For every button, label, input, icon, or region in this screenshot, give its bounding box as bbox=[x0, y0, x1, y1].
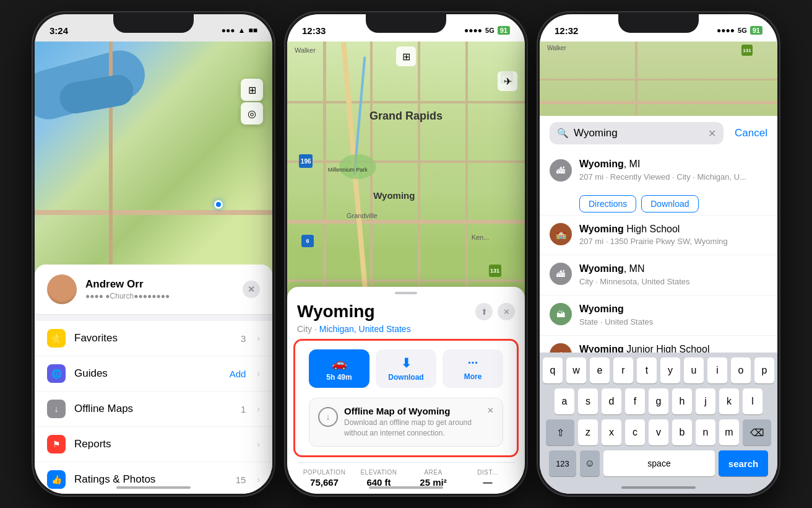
user-location-dot bbox=[214, 200, 223, 209]
sidebar-item-favorites[interactable]: ⭐ Favorites 3 › bbox=[35, 321, 272, 356]
result-desc-3: City · Minnesota, United States bbox=[579, 277, 767, 287]
key-space[interactable]: space bbox=[603, 450, 715, 476]
status-icons-2: ●●●● 5G 91 bbox=[464, 26, 510, 35]
offline-text: Offline Map of Wyoming Download an offli… bbox=[344, 406, 481, 439]
map-controls-1: ⊞ ◎ bbox=[241, 79, 263, 125]
sidebar-item-ratings-photos[interactable]: 👍 Ratings & Photos 15 › bbox=[35, 462, 272, 494]
offline-maps-label: Offline Maps bbox=[74, 403, 232, 415]
signal-icon-3: ●●●● bbox=[717, 26, 735, 35]
bottom-sheet: Wyoming ⬆ ✕ City · Michigan, United Stat… bbox=[287, 287, 525, 494]
key-i[interactable]: i bbox=[707, 357, 727, 383]
search-clear-button[interactable]: ✕ bbox=[708, 128, 716, 139]
key-n[interactable]: n bbox=[696, 419, 715, 445]
key-y[interactable]: y bbox=[660, 357, 680, 383]
key-w[interactable]: w bbox=[566, 357, 586, 383]
result-wyoming-mn[interactable]: 🏙 Wyoming, MN City · Minnesota, United S… bbox=[540, 255, 777, 296]
key-f[interactable]: f bbox=[625, 388, 645, 414]
phone-2: 12:33 ●●●● 5G 91 bbox=[285, 12, 527, 496]
map-icon[interactable]: ⊞ bbox=[396, 46, 416, 66]
directions-button[interactable]: 🚗 5h 49m bbox=[309, 349, 369, 388]
sidebar-item-guides[interactable]: 🌐 Guides Add › bbox=[35, 356, 272, 392]
close-button[interactable]: ✕ bbox=[243, 281, 260, 298]
key-u[interactable]: u bbox=[684, 357, 704, 383]
user-email: ●●●● ●Church●●●●●●●● bbox=[85, 292, 234, 300]
result-text-1: Wyoming, MI 207 mi · Recently Viewed · C… bbox=[579, 158, 767, 183]
key-j[interactable]: j bbox=[696, 388, 715, 414]
search-icon: 🔍 bbox=[557, 128, 569, 139]
map-location-btn[interactable]: ◎ bbox=[241, 102, 263, 125]
keyboard-row-3: ⇧ z x c v b n m ⌫ bbox=[542, 419, 775, 445]
download-label: Download bbox=[388, 373, 423, 382]
battery-icon-1: ■■ bbox=[249, 26, 258, 35]
result-wyoming-mi[interactable]: 🏙 Wyoming, MI 207 mi · Recently Viewed ·… bbox=[540, 151, 777, 216]
result-name-2: Wyoming High School bbox=[579, 223, 767, 236]
key-o[interactable]: o bbox=[731, 357, 751, 383]
key-x[interactable]: x bbox=[602, 419, 621, 445]
directions-action-button[interactable]: Directions bbox=[579, 195, 636, 212]
population-value: 75,667 bbox=[297, 477, 352, 488]
share-button[interactable]: ⬆ bbox=[475, 303, 493, 320]
key-s[interactable]: s bbox=[578, 388, 598, 414]
download-button[interactable]: ⬇ Download bbox=[376, 349, 436, 388]
username: Andrew Orr bbox=[85, 278, 234, 291]
key-123[interactable]: 123 bbox=[549, 450, 576, 476]
key-q[interactable]: q bbox=[543, 357, 563, 383]
home-indicator-2 bbox=[369, 486, 443, 489]
search-key-button[interactable]: search bbox=[719, 450, 768, 476]
result-icon-4: 🏔 bbox=[550, 303, 572, 325]
offline-close[interactable]: ✕ bbox=[487, 406, 494, 415]
compass-icon[interactable]: ✈ bbox=[498, 71, 517, 91]
key-t[interactable]: t bbox=[637, 357, 657, 383]
action-buttons: 🚗 5h 49m ⬇ Download ··· More bbox=[299, 344, 513, 393]
offline-maps-chevron: › bbox=[257, 404, 260, 414]
key-shift[interactable]: ⇧ bbox=[546, 419, 574, 445]
cancel-button[interactable]: Cancel bbox=[735, 127, 767, 139]
reports-label: Reports bbox=[74, 438, 248, 450]
result-name-3: Wyoming, MN bbox=[579, 263, 767, 276]
result-wyoming-state[interactable]: 🏔 Wyoming State · United States bbox=[540, 296, 777, 336]
result-text-3: Wyoming, MN City · Minnesota, United Sta… bbox=[579, 263, 767, 287]
more-button[interactable]: ··· More bbox=[443, 349, 503, 388]
sheet-close-button[interactable]: ✕ bbox=[498, 303, 515, 320]
key-p[interactable]: p bbox=[754, 357, 774, 383]
map-road-v bbox=[109, 42, 113, 277]
key-d[interactable]: d bbox=[602, 388, 621, 414]
highlight-section: 🚗 5h 49m ⬇ Download ··· More bbox=[293, 339, 519, 457]
notch-3 bbox=[618, 14, 699, 33]
key-k[interactable]: k bbox=[719, 388, 739, 414]
reports-icon: ⚑ bbox=[47, 435, 66, 453]
key-h[interactable]: h bbox=[672, 388, 692, 414]
location-title: Wyoming bbox=[297, 302, 374, 322]
sheet-title-row: Wyoming ⬆ ✕ bbox=[287, 294, 525, 324]
keyboard-row-1: q w e r t y u i o p bbox=[542, 357, 775, 383]
key-e[interactable]: e bbox=[590, 357, 610, 383]
signal-icon-2: ●●●● bbox=[464, 26, 482, 35]
search-container: 🔍 Wyoming ✕ Cancel bbox=[540, 116, 777, 151]
battery-icon-2: 91 bbox=[498, 26, 510, 35]
key-g[interactable]: g bbox=[649, 388, 668, 414]
key-m[interactable]: m bbox=[719, 419, 739, 445]
ratings-label: Ratings & Photos bbox=[74, 473, 227, 486]
key-backspace[interactable]: ⌫ bbox=[743, 419, 771, 445]
key-b[interactable]: b bbox=[672, 419, 692, 445]
map-type-btn[interactable]: ⊞ bbox=[241, 79, 263, 101]
key-v[interactable]: v bbox=[649, 419, 668, 445]
offline-map-banner: ↓ Offline Map of Wyoming Download an off… bbox=[309, 398, 503, 447]
result-wyoming-highschool[interactable]: 🏫 Wyoming High School 207 mi · 1350 Prai… bbox=[540, 216, 777, 256]
key-a[interactable]: a bbox=[555, 388, 574, 414]
key-r[interactable]: r bbox=[613, 357, 633, 383]
search-bar[interactable]: 🔍 Wyoming ✕ bbox=[550, 122, 723, 144]
key-c[interactable]: c bbox=[625, 419, 645, 445]
sidebar-item-offline-maps[interactable]: ↓ Offline Maps 1 › bbox=[35, 392, 272, 427]
key-l[interactable]: l bbox=[743, 388, 762, 414]
sheet-title-actions: ⬆ ✕ bbox=[475, 303, 515, 320]
sidebar-item-reports[interactable]: ⚑ Reports › bbox=[35, 427, 272, 462]
key-z[interactable]: z bbox=[578, 419, 598, 445]
key-emoji[interactable]: ☺ bbox=[580, 450, 600, 476]
area-label: AREA bbox=[406, 469, 460, 476]
stat-population: POPULATION 75,667 bbox=[297, 469, 352, 488]
search-input[interactable]: Wyoming bbox=[574, 127, 703, 139]
download-action-button[interactable]: Download bbox=[641, 195, 698, 212]
signal-icon-1: ●●● bbox=[222, 26, 235, 35]
notch-1 bbox=[113, 14, 194, 33]
